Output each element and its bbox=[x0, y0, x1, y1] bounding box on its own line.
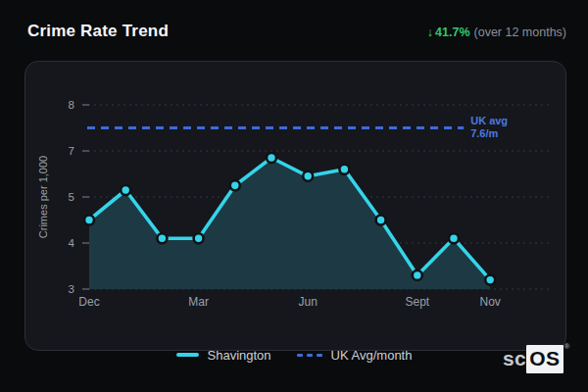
page-title: Crime Rate Trend bbox=[27, 22, 169, 41]
data-point-marker bbox=[339, 165, 349, 174]
data-point-marker bbox=[303, 172, 313, 181]
y-tick-label: 5 bbox=[69, 191, 74, 203]
registered-mark-icon: ® bbox=[564, 343, 570, 351]
trend-caption: (over 12 months) bbox=[474, 25, 566, 39]
trend-percentage: 41.7% bbox=[435, 25, 469, 39]
data-point-marker bbox=[84, 216, 94, 225]
legend-label: UK Avg/month bbox=[331, 348, 413, 363]
header: Crime Rate Trend ↓41.7%(over 12 months) bbox=[27, 22, 566, 41]
data-point-marker bbox=[267, 153, 276, 163]
dashed-line-swatch-icon bbox=[297, 354, 322, 357]
x-tick-label: Mar bbox=[188, 295, 209, 309]
data-point-marker bbox=[121, 185, 130, 195]
crime-rate-line-chart: 87543UK avg7.6/mDecMarJunSeptNovCrimes p… bbox=[25, 62, 565, 350]
y-tick-label: 7 bbox=[69, 145, 74, 157]
trend-stat: ↓41.7%(over 12 months) bbox=[427, 25, 566, 39]
data-point-marker bbox=[485, 275, 495, 285]
logo-prefix: sc bbox=[503, 345, 526, 372]
y-tick-label: 4 bbox=[69, 237, 75, 249]
x-tick-label: Jun bbox=[299, 295, 318, 309]
logo-highlight: OS bbox=[526, 345, 563, 373]
uk-avg-label-line2: 7.6/m bbox=[470, 127, 498, 139]
uk-avg-label-line1: UK avg bbox=[470, 115, 508, 126]
solid-line-swatch-icon bbox=[176, 353, 199, 357]
scos-logo: scOS® bbox=[503, 345, 570, 373]
data-point-marker bbox=[157, 233, 167, 243]
y-axis-title: Crimes per 1,000 bbox=[37, 156, 49, 238]
data-point-marker bbox=[230, 180, 240, 190]
x-tick-label: Dec bbox=[78, 295, 99, 309]
data-point-marker bbox=[376, 216, 386, 225]
x-tick-label: Sept bbox=[405, 295, 429, 309]
legend-item-shavington: Shavington bbox=[176, 348, 271, 363]
chart-legend: Shavington UK Avg/month bbox=[0, 345, 588, 365]
y-tick-label: 3 bbox=[69, 283, 74, 295]
x-tick-label: Nov bbox=[480, 295, 501, 309]
legend-label: Shavington bbox=[208, 348, 271, 363]
data-point-marker bbox=[413, 270, 422, 280]
legend-item-uk-avg: UK Avg/month bbox=[297, 348, 413, 363]
data-point-marker bbox=[194, 233, 204, 243]
chart-card: 87543UK avg7.6/mDecMarJunSeptNovCrimes p… bbox=[24, 61, 566, 351]
trend-down-arrow-icon: ↓ bbox=[427, 25, 433, 39]
y-tick-label: 8 bbox=[69, 99, 74, 111]
data-point-marker bbox=[449, 233, 459, 243]
